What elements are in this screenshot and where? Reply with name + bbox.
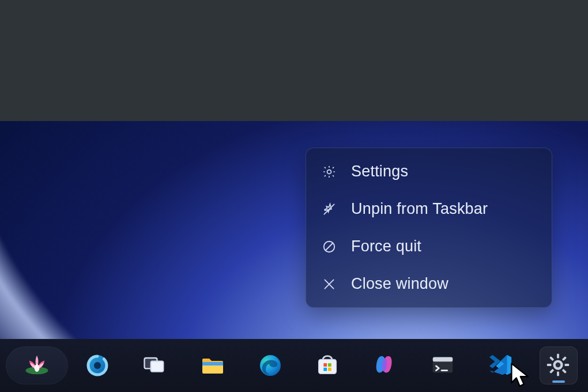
svg-rect-25 bbox=[557, 372, 559, 376]
svg-point-9 bbox=[94, 362, 101, 369]
context-item-label: Force quit bbox=[351, 238, 421, 255]
svg-rect-11 bbox=[151, 361, 164, 372]
svg-rect-27 bbox=[565, 364, 570, 366]
svg-point-32 bbox=[556, 363, 561, 368]
svg-rect-15 bbox=[319, 359, 337, 374]
widgets-button[interactable] bbox=[6, 346, 68, 385]
context-item-close-window[interactable]: Close window bbox=[306, 265, 552, 303]
taskbar-context-menu: Settings Unpin from Taskbar Force quit bbox=[306, 148, 552, 308]
taskbar bbox=[0, 339, 588, 392]
taskbar-items bbox=[78, 346, 578, 385]
svg-rect-13 bbox=[202, 362, 223, 365]
terminal-icon bbox=[429, 352, 457, 379]
context-item-settings[interactable]: Settings bbox=[306, 153, 552, 190]
svg-rect-29 bbox=[549, 369, 554, 374]
svg-rect-16 bbox=[323, 363, 327, 367]
taskbar-item-search[interactable] bbox=[78, 346, 116, 385]
svg-rect-24 bbox=[557, 354, 559, 359]
gear-icon bbox=[321, 164, 337, 180]
svg-rect-30 bbox=[549, 356, 554, 361]
svg-point-0 bbox=[327, 169, 331, 174]
gear-icon bbox=[545, 352, 572, 379]
copilot-icon bbox=[372, 352, 399, 379]
taskbar-item-file-explorer[interactable] bbox=[194, 346, 232, 385]
taskbar-item-settings[interactable] bbox=[540, 346, 578, 385]
lotus-icon bbox=[22, 349, 52, 382]
svg-rect-21 bbox=[433, 357, 453, 362]
svg-point-7 bbox=[35, 364, 40, 372]
taskbar-item-task-view[interactable] bbox=[136, 346, 174, 385]
svg-rect-17 bbox=[328, 363, 331, 367]
letterbox-top bbox=[0, 0, 588, 122]
svg-rect-28 bbox=[562, 356, 567, 361]
task-view-icon bbox=[141, 352, 169, 379]
store-icon bbox=[314, 352, 342, 379]
folder-icon bbox=[199, 352, 227, 379]
svg-rect-19 bbox=[328, 368, 331, 371]
context-item-label: Settings bbox=[351, 163, 408, 180]
svg-line-3 bbox=[326, 243, 333, 250]
taskbar-item-edge[interactable] bbox=[251, 346, 289, 385]
unpin-icon bbox=[321, 201, 337, 217]
taskbar-item-copilot[interactable] bbox=[367, 346, 405, 385]
vscode-icon bbox=[487, 352, 515, 379]
context-item-unpin[interactable]: Unpin from Taskbar bbox=[306, 190, 552, 228]
edge-icon bbox=[257, 352, 284, 379]
svg-rect-26 bbox=[547, 364, 552, 366]
prohibit-icon bbox=[321, 239, 337, 255]
context-item-label: Unpin from Taskbar bbox=[351, 200, 488, 218]
close-icon bbox=[321, 276, 337, 292]
context-item-force-quit[interactable]: Force quit bbox=[306, 228, 552, 265]
taskbar-item-store[interactable] bbox=[309, 346, 347, 385]
context-item-label: Close window bbox=[351, 275, 448, 293]
taskbar-item-terminal[interactable] bbox=[424, 346, 462, 385]
search-swirl-icon bbox=[84, 352, 111, 379]
svg-rect-31 bbox=[562, 369, 567, 374]
taskbar-item-vscode[interactable] bbox=[482, 346, 520, 385]
svg-rect-18 bbox=[323, 368, 327, 371]
